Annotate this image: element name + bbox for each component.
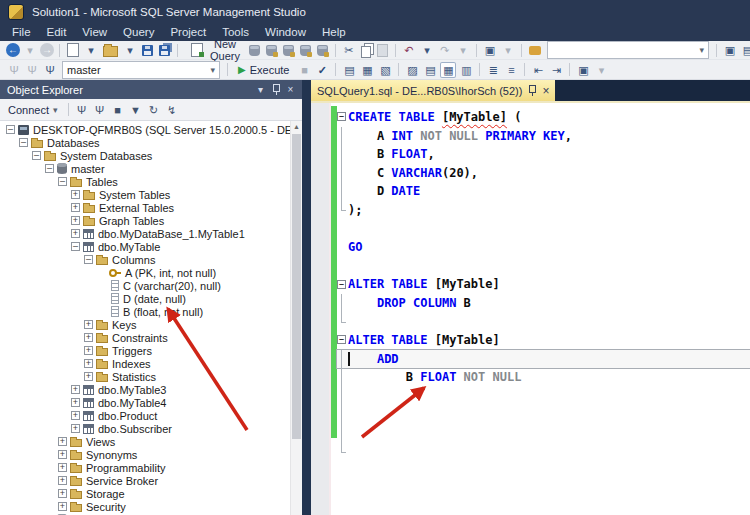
tree-expander-icon[interactable]: + <box>58 476 67 485</box>
tree-expander-icon[interactable]: + <box>71 216 80 225</box>
task-status-icon[interactable]: ▣ <box>722 42 738 58</box>
tree-expander-icon[interactable]: + <box>84 372 93 381</box>
tree-item-dbo-mytable3[interactable]: +dbo.MyTable3 <box>0 383 302 396</box>
change-connection-icon[interactable]: Ψ <box>42 62 58 78</box>
tree-expander-icon[interactable]: + <box>71 424 80 433</box>
tree-item-databases[interactable]: –Databases <box>0 136 302 149</box>
tree-item-views[interactable]: +Views <box>0 435 302 448</box>
scripting-icon[interactable]: ↯ <box>164 102 180 118</box>
new-query-button[interactable]: New Query <box>183 42 245 58</box>
menu-view[interactable]: View <box>74 24 115 41</box>
save-icon[interactable] <box>142 45 153 56</box>
collapse-box-icon[interactable]: – <box>337 335 346 344</box>
increase-indent-icon[interactable]: ⇥ <box>548 62 564 78</box>
collapse-box-icon[interactable]: – <box>337 112 346 121</box>
tree-item-graph-tables[interactable]: +Graph Tables <box>0 214 302 227</box>
tree-item-desktop-qfmrb0s-sql-server-15-[interactable]: –DESKTOP-QFMRB0S (SQL Server 15.0.2000.5… <box>0 123 302 136</box>
tree-item-synonyms[interactable]: +Synonyms <box>0 448 302 461</box>
connect-database-icon[interactable]: Ψ <box>6 62 22 78</box>
analysis-services-xmla-query-icon[interactable] <box>300 45 311 56</box>
object-explorer-header[interactable]: Object Explorer ▾× <box>0 80 302 99</box>
menu-project[interactable]: Project <box>162 24 214 41</box>
tree-item-storage[interactable]: +Storage <box>0 487 302 500</box>
panel-splitter[interactable] <box>302 80 311 515</box>
tree-item-a-pk-int-not-null[interactable]: A (PK, int, not null) <box>0 266 302 279</box>
redo-icon[interactable]: ↷ <box>437 42 453 58</box>
filter-icon[interactable]: ▼ <box>128 102 144 118</box>
window-icon[interactable]: ▣ <box>482 42 498 58</box>
save-all-icon[interactable] <box>159 45 170 56</box>
tree-item-security[interactable]: +Security <box>0 500 302 513</box>
analysis-services-dmx-query-icon[interactable] <box>283 45 294 56</box>
results-to-grid-icon[interactable]: ▦ <box>440 62 456 78</box>
chevron-down-icon[interactable]: ▾ <box>210 65 215 75</box>
tab-sqlquery1[interactable]: SQLQuery1.sql - DE...RB0S\IhorSch (52)) … <box>311 80 555 101</box>
close-panel-icon[interactable]: × <box>283 82 298 97</box>
open-file-icon[interactable] <box>103 46 118 57</box>
tree-item-keys[interactable]: +Keys <box>0 318 302 331</box>
tree-expander-icon[interactable]: + <box>71 398 80 407</box>
cancel-executing-query-icon[interactable]: ■ <box>296 62 312 78</box>
tree-expander-icon[interactable]: – <box>58 177 67 186</box>
tree-expander-icon[interactable]: – <box>19 138 28 147</box>
disconnect-icon[interactable]: Ψ <box>92 102 108 118</box>
stop-icon[interactable]: ■ <box>110 102 126 118</box>
execute-button[interactable]: ▶Execute <box>233 62 294 78</box>
copy-icon[interactable] <box>361 46 371 58</box>
menu-edit[interactable]: Edit <box>39 24 75 41</box>
pin-icon[interactable] <box>528 85 536 96</box>
display-estimated-plan-icon[interactable]: ▤ <box>341 62 357 78</box>
forward-icon[interactable]: → <box>40 43 54 57</box>
tree-item-service-broker[interactable]: +Service Broker <box>0 474 302 487</box>
tree-item-indexes[interactable]: +Indexes <box>0 357 302 370</box>
tree-expander-icon[interactable]: – <box>71 242 80 251</box>
tree-item-b-float-not-null[interactable]: B (float, not null) <box>0 305 302 318</box>
back-dropdown-icon[interactable]: ▾ <box>22 42 38 58</box>
collapse-box-icon[interactable]: – <box>337 280 346 289</box>
results-to-text-icon[interactable]: ▤ <box>422 62 438 78</box>
connect-object-explorer-icon[interactable]: Ψ <box>74 102 90 118</box>
editor-body[interactable]: –CREATE TABLE [MyTable] ( A INT NOT NULL… <box>311 103 750 515</box>
redo-dropdown-icon[interactable]: ▾ <box>455 42 471 58</box>
parse-query-icon[interactable]: ✓ <box>314 62 330 78</box>
connect-button[interactable]: Connect ▾ <box>6 102 63 118</box>
toolbar-overflow-icon[interactable]: ▾ <box>593 62 609 78</box>
tree-item-dbo-mytable4[interactable]: +dbo.MyTable4 <box>0 396 302 409</box>
tree-item-dbo-product[interactable]: +dbo.Product <box>0 409 302 422</box>
tree-item-master[interactable]: –master <box>0 162 302 175</box>
tree-expander-icon[interactable]: + <box>71 203 80 212</box>
tree-expander-icon[interactable]: + <box>71 411 80 420</box>
feedback-icon[interactable] <box>529 46 541 55</box>
results-to-file-icon[interactable]: ▥ <box>458 62 474 78</box>
paste-icon[interactable] <box>377 44 388 57</box>
tree-expander-icon[interactable]: + <box>58 450 67 459</box>
analysis-services-mdx-query-icon[interactable] <box>266 45 277 56</box>
window-position-icon[interactable]: ▾ <box>253 82 268 97</box>
tree-item-system-databases[interactable]: –System Databases <box>0 149 302 162</box>
fold-toggle-icon[interactable]: – <box>337 331 348 350</box>
tree-expander-icon[interactable]: – <box>45 164 54 173</box>
new-database-engine-query-icon[interactable] <box>249 45 260 56</box>
tree-item-c-varchar-20-null[interactable]: C (varchar(20), null) <box>0 279 302 292</box>
fold-toggle-icon[interactable]: – <box>337 108 348 127</box>
object-explorer-tree[interactable]: –DESKTOP-QFMRB0S (SQL Server 15.0.2000.5… <box>0 121 302 515</box>
sql-server-scripts-icon[interactable] <box>317 45 328 56</box>
undo-icon[interactable]: ↶ <box>401 42 417 58</box>
include-actual-plan-icon[interactable]: ▨ <box>404 62 420 78</box>
uncomment-lines-icon[interactable]: ≡ <box>503 62 519 78</box>
auto-hide-pin-icon[interactable] <box>268 82 283 97</box>
new-file-icon[interactable] <box>67 43 79 57</box>
sqlcmd-mode-icon[interactable]: ▣ <box>575 62 591 78</box>
tree-item-dbo-mydatabase-1-mytable1[interactable]: +dbo.MyDataBase_1.MyTable1 <box>0 227 302 240</box>
tree-item-dbo-mytable[interactable]: –dbo.MyTable <box>0 240 302 253</box>
disconnect-database-icon[interactable]: Ψ <box>24 62 40 78</box>
tree-item-triggers[interactable]: +Triggers <box>0 344 302 357</box>
tree-expander-icon[interactable]: + <box>71 229 80 238</box>
tree-item-d-date-null[interactable]: D (date, null) <box>0 292 302 305</box>
tree-expander-icon[interactable]: + <box>71 190 80 199</box>
wrench-icon[interactable]: ▤ <box>740 42 750 58</box>
intellisense-enabled-icon[interactable]: ▧ <box>377 62 393 78</box>
menu-window[interactable]: Window <box>257 24 314 41</box>
undo-dropdown-icon[interactable]: ▾ <box>419 42 435 58</box>
tree-expander-icon[interactable]: + <box>71 385 80 394</box>
